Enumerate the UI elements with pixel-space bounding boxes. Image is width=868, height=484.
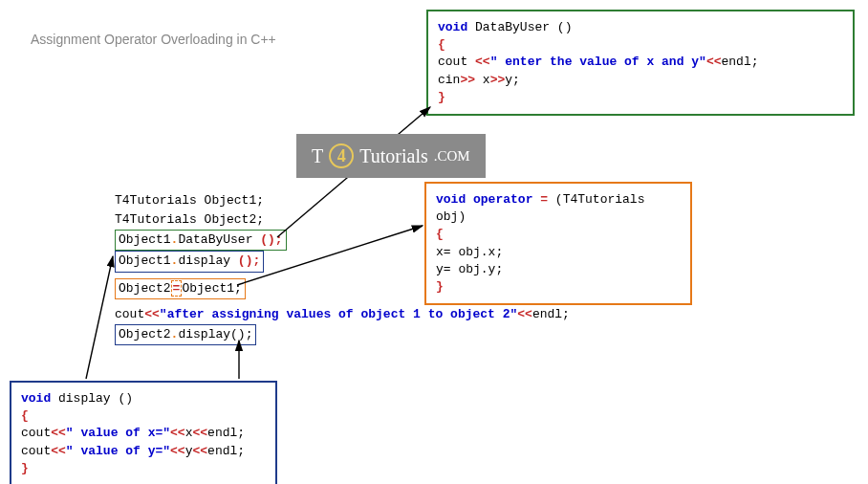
data-by-user-box: void DataByUser () { cout <<" enter the … <box>426 10 855 116</box>
parens: (); <box>238 253 260 268</box>
method: display <box>178 253 237 268</box>
cout: cout <box>21 444 51 458</box>
op-ltlt: << <box>144 307 160 321</box>
endl: endl; <box>532 307 570 321</box>
op-ltlt2: << <box>706 55 722 69</box>
op-ltlt2: << <box>517 307 532 321</box>
endl: endl <box>721 55 750 69</box>
endl: endl; <box>207 426 245 440</box>
str-x: " value of x=" <box>66 426 170 440</box>
call-databyuser-box: Object1.DataByUser (); <box>115 230 287 251</box>
watermark-circle-icon: 4 <box>329 143 354 168</box>
obj1: Object1; <box>182 281 241 296</box>
y: y; <box>505 73 520 87</box>
op: << <box>170 426 185 440</box>
op: << <box>192 444 207 458</box>
op: << <box>170 444 185 458</box>
obj2: Object2 <box>119 327 171 341</box>
brace-open: { <box>21 407 266 425</box>
assignment-box: Object2=Object1; <box>115 278 246 299</box>
brace-open: { <box>438 36 843 54</box>
arrow-to-display1 <box>86 256 113 379</box>
op: << <box>51 444 66 458</box>
op-gtgt2: >> <box>490 73 506 87</box>
watermark: T 4 Tutorials .COM <box>296 134 486 178</box>
watermark-t: T <box>312 145 323 167</box>
call-display1-box: Object1.display (); <box>115 251 264 272</box>
op-gtgt: >> <box>460 73 482 87</box>
obj1: Object1 <box>119 232 171 247</box>
cout: cout <box>115 307 144 321</box>
cout: cout <box>438 55 475 69</box>
op-ltlt: << <box>475 55 490 69</box>
decl-obj1: T4Tutorials Object1; <box>115 191 570 210</box>
page-title: Assignment Operator Overloading in C++ <box>31 32 276 47</box>
watermark-dot: .COM <box>434 148 470 165</box>
kw-void: void <box>438 20 467 34</box>
parens: (); <box>260 232 282 247</box>
fn-name: display () <box>51 391 133 406</box>
endl: endl; <box>207 444 245 458</box>
semi: ; <box>751 55 759 69</box>
x: x <box>483 73 490 87</box>
str-prompt: " enter the value of x and y" <box>490 55 706 69</box>
eq-highlight: = <box>171 280 183 297</box>
eq: = <box>173 281 181 296</box>
str-y: " value of y=" <box>66 444 170 458</box>
op: << <box>51 426 66 440</box>
fn-name: DataByUser () <box>467 20 572 34</box>
brace-close: } <box>21 460 266 477</box>
decl-obj2: T4Tutorials Object2; <box>115 210 570 230</box>
brace-close: } <box>438 89 843 106</box>
watermark-rest: Tutorials <box>359 145 428 167</box>
obj2: Object2 <box>119 281 171 296</box>
cin: cin <box>438 73 460 87</box>
op: << <box>192 426 207 440</box>
call-display2-box: Object2.display(); <box>115 324 256 345</box>
str-after: "after assigning values of object 1 to o… <box>160 307 517 321</box>
display-fn-box: void display () { cout<<" value of x="<<… <box>10 381 277 484</box>
method: DataByUser <box>178 232 260 247</box>
main-code-block: T4Tutorials Object1; T4Tutorials Object2… <box>115 191 570 345</box>
kw-void: void <box>21 391 51 406</box>
cout: cout <box>21 426 51 440</box>
obj1: Object1 <box>119 253 171 268</box>
method: display(); <box>178 327 252 341</box>
